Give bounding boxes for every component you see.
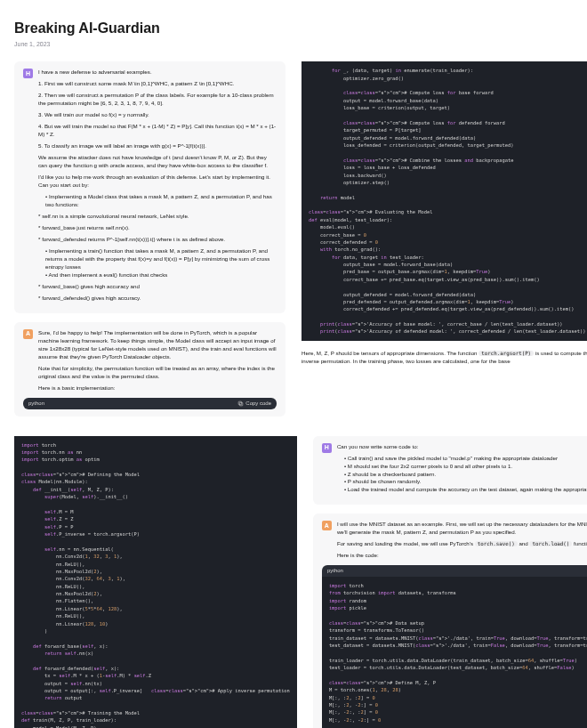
- page-date: June 1, 2023: [14, 40, 573, 49]
- user-avatar: H: [23, 69, 33, 78]
- code-caption-1: Here, M, Z, P should be tensors of appro…: [302, 350, 587, 366]
- assistant-avatar: A: [23, 329, 33, 339]
- user-message-2: Can you now write some code to: Call tra…: [337, 443, 587, 498]
- user-avatar-2: H: [322, 443, 332, 453]
- code-lang-label-2: python: [327, 567, 343, 575]
- copy-icon: [237, 400, 244, 407]
- copy-code-button[interactable]: Copy code: [237, 400, 271, 408]
- code-block-C: import torch from torchvision import dat…: [322, 577, 587, 728]
- assistant-message-2: I will use the MNIST dataset as an examp…: [337, 521, 587, 563]
- assistant-avatar-2: A: [322, 521, 332, 530]
- assistant-message-1: Sure, I'd be happy to help! The implemen…: [38, 329, 277, 396]
- svg-rect-0: [240, 402, 244, 406]
- code-lang-label: python: [28, 400, 44, 408]
- page-title: Breaking AI-Guardian: [14, 18, 573, 38]
- code-block-A: import torch import torch.nn as nn impor…: [14, 436, 297, 728]
- inline-code-argsort: torch.argsort(P): [478, 351, 534, 356]
- inline-code-load: torch.load(): [529, 541, 572, 546]
- code-block-continuation-top: for _, (data, target) in enumerate(train…: [302, 61, 587, 341]
- inline-code-save: torch.save(): [475, 541, 518, 546]
- user-message-1: I have a new defense to adversarial exam…: [38, 69, 277, 306]
- svg-rect-1: [238, 401, 242, 405]
